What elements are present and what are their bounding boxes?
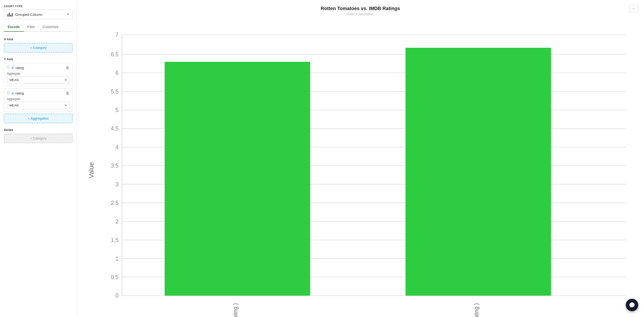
chart-description: Enter a description	[84, 12, 636, 16]
field-1-name: rating	[16, 66, 24, 70]
x-label-1: mean ( tomatoes critic rating )	[232, 303, 238, 317]
aggregate-1-select[interactable]: MEAN	[7, 76, 70, 84]
tab-filter[interactable]: Filter	[24, 23, 39, 32]
grouped-column-icon	[8, 12, 13, 16]
field-2-header: ⠿ # rating 🗑	[7, 91, 70, 96]
field-1-left: ⠿ # rating	[7, 66, 24, 70]
svg-text:3: 3	[116, 181, 119, 188]
series-add-category-button[interactable]: + Category	[4, 134, 73, 143]
drag-handle-2[interactable]: ⠿	[7, 91, 10, 96]
x-label-2: mean ( imdb rating )	[473, 303, 480, 317]
chat-icon	[629, 302, 635, 308]
chat-button[interactable]	[626, 299, 638, 311]
svg-text:1: 1	[116, 256, 119, 262]
aggregate-1-value: MEAN	[10, 78, 19, 82]
hash-icon-1: #	[12, 66, 14, 70]
x-axis-add-category-button[interactable]: + Category	[4, 43, 73, 52]
field-2-name: rating	[16, 91, 24, 95]
right-panel: ··· Rotten Tomatoes vs. IMDB Ratings Ent…	[77, 0, 644, 317]
left-panel: CHART TYPE Grouped Column Encode Filter …	[0, 0, 77, 317]
encode-tabs: Encode Filter Customize	[4, 23, 73, 32]
y-axis-field-1: ⠿ # rating 🗑 Aggregate MEAN	[4, 63, 73, 86]
drag-handle-1[interactable]: ⠿	[7, 66, 10, 70]
series-section: Series + Category	[4, 127, 73, 143]
aggregate-2-label: Aggregate	[7, 97, 70, 101]
hash-icon-2: #	[12, 91, 14, 95]
add-aggregation-button[interactable]: + Aggregation	[4, 114, 73, 123]
chart-type-select-left: Grouped Column	[8, 12, 42, 16]
aggregate-1-label: Aggregate	[7, 72, 70, 75]
aggregate-1-chevron	[64, 79, 67, 81]
delete-field-2-button[interactable]: 🗑	[66, 91, 70, 96]
y-axis-field-2: ⠿ # rating 🗑 Aggregate MEAN	[4, 88, 73, 112]
delete-field-1-button[interactable]: 🗑	[66, 66, 70, 70]
series-label: Series	[4, 128, 73, 132]
field-2-left: ⠿ # rating	[7, 91, 24, 96]
aggregate-2-select[interactable]: MEAN	[7, 102, 70, 109]
chart-type-label: CHART TYPE	[4, 5, 73, 8]
svg-text:7: 7	[116, 32, 119, 38]
svg-text:0.5: 0.5	[111, 274, 118, 280]
svg-text:3.5: 3.5	[111, 162, 118, 169]
bar-1	[165, 62, 310, 296]
svg-text:4: 4	[116, 144, 119, 150]
svg-text:4.5: 4.5	[111, 126, 118, 132]
svg-text:5: 5	[116, 107, 119, 113]
chart-svg: Value 0 0.5 1 1.5 2 2.5 3 3.5	[84, 20, 636, 317]
tab-encode[interactable]: Encode	[4, 23, 24, 32]
aggregate-2-chevron	[64, 105, 67, 106]
y-axis-section: Y Axis ⠿ # rating 🗑 Aggregate MEAN ⠿	[4, 56, 73, 123]
chart-type-select[interactable]: Grouped Column	[4, 10, 73, 19]
chart-type-value: Grouped Column	[15, 12, 42, 16]
chart-area: Value 0 0.5 1 1.5 2 2.5 3 3.5	[84, 20, 636, 317]
svg-text:1.5: 1.5	[111, 237, 118, 243]
svg-text:6.5: 6.5	[111, 51, 118, 58]
svg-text:6: 6	[116, 70, 119, 76]
chart-options-button[interactable]: ···	[629, 5, 638, 12]
chart-title: Rotten Tomatoes vs. IMDB Ratings	[84, 6, 636, 11]
x-axis-section: X Axis + Category	[4, 36, 73, 52]
svg-text:2.5: 2.5	[111, 200, 118, 206]
svg-text:2: 2	[116, 218, 119, 225]
y-axis-label: Y Axis	[4, 57, 73, 61]
y-axis-title: Value	[88, 162, 95, 178]
chart-header: Rotten Tomatoes vs. IMDB Ratings Enter a…	[84, 6, 636, 16]
x-axis-label: X Axis	[4, 38, 73, 41]
svg-text:0: 0	[116, 292, 119, 299]
bar-2	[406, 48, 551, 296]
svg-text:5.5: 5.5	[111, 88, 118, 95]
chevron-down-icon	[67, 14, 69, 15]
tab-customize[interactable]: Customize	[39, 23, 62, 32]
field-1-header: ⠿ # rating 🗑	[7, 66, 70, 70]
aggregate-2-value: MEAN	[10, 104, 19, 107]
chart-type-section: CHART TYPE Grouped Column	[4, 5, 73, 19]
